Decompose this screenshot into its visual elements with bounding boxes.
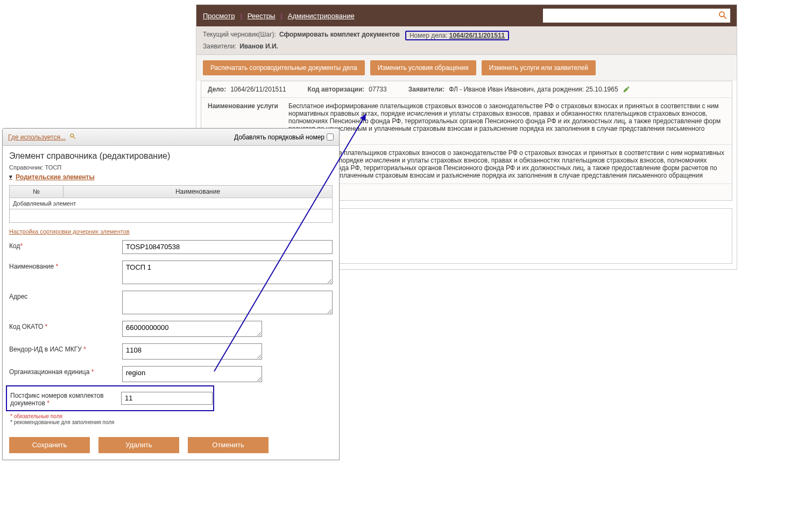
case-number-label: Номер дела: <box>409 32 448 39</box>
save-button[interactable]: Сохранить <box>9 437 90 453</box>
vendor-input[interactable] <box>122 343 262 360</box>
draft-value: Сформировать комплект документов <box>279 31 400 40</box>
case-number-highlight: Номер дела: 1064/26/11/201511 <box>405 31 509 40</box>
name-input[interactable] <box>122 260 333 284</box>
sort-config-link[interactable]: Настройка сортировки дочерних элементов <box>9 228 130 235</box>
where-used-link[interactable]: Где используется... <box>8 133 66 141</box>
elements-table: № Наименование Добавляемый элемент <box>9 185 333 223</box>
search-input[interactable] <box>543 9 715 23</box>
code-input[interactable] <box>122 240 333 254</box>
draft-label: Текущий черновик(Шаг): <box>203 31 276 40</box>
vendor-label: Вендор-ИД в ИАС МКГУ * <box>9 343 117 353</box>
applicants-value: Иванов И.И. <box>239 43 278 50</box>
directory-editor-dialog: Где используется... Добавлять порядковый… <box>2 128 340 460</box>
cancel-button[interactable]: Отменить <box>188 437 269 453</box>
applicants-label: Заявители: <box>203 43 236 50</box>
nav-registries[interactable]: Реестры <box>248 12 276 20</box>
search-box <box>543 9 730 23</box>
svg-point-0 <box>719 12 724 17</box>
nav-separator: | <box>280 12 282 20</box>
action-bar: Распечатать сопроводительные документы д… <box>196 55 737 81</box>
nav-view[interactable]: Просмотр <box>203 12 235 20</box>
case-number-value: 1064/26/11/201511 <box>449 32 505 39</box>
print-docs-button[interactable]: Распечатать сопроводительные документы д… <box>203 60 365 75</box>
search-button[interactable] <box>715 9 730 23</box>
recommended-hint: * рекомендованные для заполнения поля <box>9 419 333 425</box>
add-seq-label: Добавлять порядковый номер <box>234 133 324 141</box>
add-seq-checkbox-label[interactable]: Добавлять порядковый номер <box>234 133 334 141</box>
code-label: Код* <box>9 240 117 250</box>
edit-icon[interactable] <box>623 86 630 93</box>
col-no-header[interactable]: № <box>10 185 63 198</box>
nav-admin[interactable]: Администрирование <box>288 12 355 20</box>
name-label: Наименование * <box>9 260 117 270</box>
svg-line-1 <box>724 16 726 19</box>
auth-code-label: Код авторизации: <box>308 86 365 93</box>
form-grid: Код* Наименование * Адрес Код ОКАТО * Ве… <box>9 240 333 382</box>
okato-label: Код ОКАТО * <box>9 321 117 330</box>
table-row[interactable] <box>10 209 333 222</box>
main-nav: Просмотр | Реестры | Администрирование <box>203 12 355 20</box>
parent-elements-link[interactable]: ▾ Родительские элементы <box>9 173 95 181</box>
applicants-info-value: ФЛ - Иванов Иван Иванович, дата рождения… <box>449 86 618 93</box>
add-seq-checkbox[interactable] <box>327 133 334 140</box>
new-element-input[interactable] <box>13 212 329 220</box>
applicants-info-label: Заявители: <box>408 86 445 93</box>
chevron-down-icon: ▾ <box>9 173 12 180</box>
delete-button[interactable]: Удалить <box>98 437 179 453</box>
address-input[interactable] <box>122 291 333 314</box>
search-small-icon[interactable] <box>69 132 76 142</box>
postfix-input[interactable] <box>121 392 213 405</box>
org-input[interactable] <box>122 366 262 382</box>
info-summary-row: Дело: 1064/26/11/201511 Код авторизации:… <box>201 81 732 98</box>
service-name-value: Бесплатное информирование плательщиков с… <box>288 102 725 140</box>
added-element-label: Добавляемый элемент <box>10 198 333 209</box>
case-label: Дело: <box>208 86 226 93</box>
status-bar: Текущий черновик(Шаг): Сформировать комп… <box>196 26 737 55</box>
search-icon <box>718 10 728 22</box>
col-name-header[interactable]: Наименование <box>63 185 333 198</box>
dialog-title: Элемент справочника (редактирование) <box>9 151 333 161</box>
postfix-highlight: Постфикс номеров комплектов документов * <box>6 385 214 411</box>
dialog-body: Элемент справочника (редактирование) Спр… <box>3 146 339 431</box>
dialog-header: Где используется... Добавлять порядковый… <box>3 129 339 146</box>
dialog-actions: Сохранить Удалить Отменить <box>3 431 339 460</box>
svg-point-2 <box>70 134 74 137</box>
table-row: Добавляемый элемент <box>10 198 333 209</box>
change-conditions-button[interactable]: Изменить условия обращения <box>370 60 476 75</box>
case-header: Просмотр | Реестры | Администрирование <box>196 5 737 26</box>
change-services-button[interactable]: Изменить услуги или заявителей <box>482 60 596 75</box>
nav-separator: | <box>240 12 242 20</box>
auth-code-value: 07733 <box>369 86 386 93</box>
address-label: Адрес <box>9 291 117 300</box>
okato-input[interactable] <box>122 321 262 337</box>
service-goal-value: Информирование плательщиков страховых вз… <box>288 149 725 179</box>
org-label: Организационная единица * <box>9 366 117 376</box>
case-value: 1064/26/11/201511 <box>230 86 286 93</box>
required-hint: * обязательные поля <box>9 413 333 419</box>
svg-line-3 <box>73 137 75 138</box>
parent-elements-label: Родительские элементы <box>16 173 95 181</box>
dialog-subtitle: Справочник: ТОСП <box>9 164 333 171</box>
postfix-label: Постфикс номеров комплектов документов * <box>10 390 116 407</box>
